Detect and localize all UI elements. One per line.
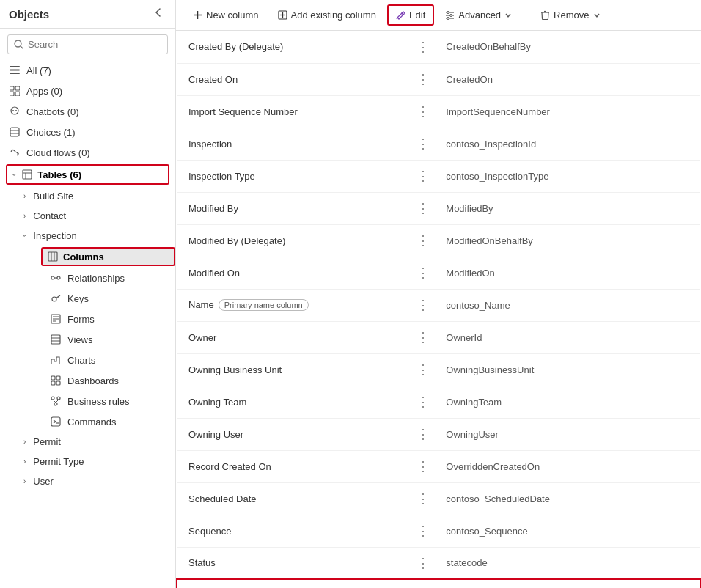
more-icon: ⋮ — [416, 427, 430, 441]
more-icon: ⋮ — [416, 556, 430, 570]
row-actions[interactable]: ⋮ — [412, 289, 434, 321]
table-row[interactable]: Import Sequence Number⋮ImportSequenceNum… — [177, 95, 700, 128]
nav-inspection[interactable]: › Inspection — [15, 226, 175, 246]
table-row[interactable]: Record Created On⋮OverriddenCreatedOn — [177, 450, 700, 482]
svg-rect-7 — [10, 92, 14, 96]
nav-business-rules-label: Business rules — [67, 396, 130, 407]
table-row[interactable]: Modified On⋮ModifiedOn — [177, 257, 700, 289]
svg-point-10 — [12, 110, 14, 111]
nav-tables[interactable]: › Tables (6) — [6, 164, 169, 185]
row-actions[interactable]: ⋮ — [412, 224, 434, 257]
table-row[interactable]: Modified By (Delegate)⋮ModifiedOnBehalfB… — [177, 224, 700, 257]
nav-views[interactable]: Views — [41, 329, 175, 350]
table-row[interactable]: ✓Status Reason⋮statuscode — [177, 579, 700, 588]
nav-columns[interactable]: Columns — [41, 247, 175, 266]
nav-all[interactable]: All (7) — [0, 60, 175, 81]
row-actions[interactable]: ⋮ — [412, 547, 434, 579]
forms-icon — [50, 313, 62, 325]
row-actions[interactable]: ⋮ — [412, 160, 434, 192]
nav-commands[interactable]: Commands — [41, 411, 175, 432]
nav-user[interactable]: › User — [15, 471, 175, 491]
svg-rect-5 — [10, 86, 14, 90]
row-actions[interactable]: ⋮ — [412, 353, 434, 386]
row-actions[interactable]: ⋮ — [412, 515, 434, 547]
table-row[interactable]: Owning User⋮OwningUser — [177, 418, 700, 450]
svg-line-42 — [56, 400, 59, 403]
toolbar: New column Add existing column Edit Adva… — [176, 0, 701, 31]
nav-choices[interactable]: Choices (1) — [0, 122, 175, 142]
sidebar-collapse-button[interactable] — [150, 6, 166, 22]
views-icon — [50, 334, 62, 345]
new-column-button[interactable]: New column — [185, 5, 267, 25]
row-actions[interactable]: ⋮ — [412, 63, 434, 95]
column-name: Modified By (Delegate) — [188, 235, 285, 246]
table-row[interactable]: Owning Team⋮OwningTeam — [177, 386, 700, 418]
svg-point-54 — [447, 12, 449, 14]
nav-business-rules[interactable]: Business rules — [41, 391, 175, 411]
tables-children: › Build Site › Contact › Inspection Colu… — [0, 186, 175, 491]
table-row[interactable]: Scheduled Date⋮contoso_ScheduledDate — [177, 482, 700, 515]
row-actions[interactable]: ⋮ — [412, 579, 434, 588]
nav-permit[interactable]: › Permit — [15, 432, 175, 452]
table-row[interactable]: Owner⋮OwnerId — [177, 321, 700, 353]
column-name: Import Sequence Number — [188, 106, 298, 117]
nav-chatbots[interactable]: Chatbots (0) — [0, 101, 175, 122]
nav-build-site[interactable]: › Build Site — [15, 186, 175, 206]
row-actions[interactable]: ⋮ — [412, 418, 434, 450]
nav-dashboards[interactable]: Dashboards — [41, 370, 175, 391]
table-row[interactable]: Inspection Type⋮contoso_InspectionType — [177, 160, 700, 192]
row-actions[interactable]: ⋮ — [412, 95, 434, 128]
row-actions[interactable]: ⋮ — [412, 257, 434, 289]
nav-relationships[interactable]: Relationships — [41, 268, 175, 288]
row-actions[interactable]: ⋮ — [412, 482, 434, 515]
remove-button[interactable]: Remove — [532, 5, 608, 25]
nav-keys[interactable]: Keys — [41, 288, 175, 309]
column-schema: OwnerId — [434, 321, 700, 353]
table-row[interactable]: Created On⋮CreatedOn — [177, 63, 700, 95]
table-row[interactable]: Modified By⋮ModifiedBy — [177, 192, 700, 224]
choices-icon — [9, 126, 21, 138]
search-box — [7, 34, 168, 54]
row-actions[interactable]: ⋮ — [412, 386, 434, 418]
column-schema: ModifiedBy — [434, 192, 700, 224]
table-row[interactable]: Created By (Delegate)⋮CreatedOnBehalfBy — [177, 31, 700, 63]
table-row[interactable]: Status⋮statecode — [177, 547, 700, 579]
nav-permit-type[interactable]: › Permit Type — [15, 452, 175, 471]
column-schema: contoso_ScheduledDate — [434, 482, 700, 515]
table-row[interactable]: Owning Business Unit⋮OwningBusinessUnit — [177, 353, 700, 386]
row-actions[interactable]: ⋮ — [412, 321, 434, 353]
row-actions[interactable]: ⋮ — [412, 128, 434, 160]
column-schema: contoso_InspectionId — [434, 128, 700, 160]
nav-apps[interactable]: Apps (0) — [0, 81, 175, 101]
nav-apps-label: Apps (0) — [26, 86, 62, 97]
table-row[interactable]: Inspection⋮contoso_InspectionId — [177, 128, 700, 160]
edit-button[interactable]: Edit — [387, 4, 434, 26]
more-icon: ⋮ — [416, 330, 430, 345]
add-existing-button[interactable]: Add existing column — [270, 5, 384, 25]
svg-line-41 — [53, 400, 56, 403]
nav-charts[interactable]: Charts — [41, 350, 175, 370]
row-actions[interactable]: ⋮ — [412, 31, 434, 63]
row-actions[interactable]: ⋮ — [412, 192, 434, 224]
svg-point-21 — [51, 276, 54, 279]
column-name: Inspection Type — [188, 171, 255, 182]
search-input[interactable] — [28, 39, 161, 50]
table-row[interactable]: Sequence⋮contoso_Sequence — [177, 515, 700, 547]
search-icon — [14, 40, 23, 49]
permit-type-arrow: › — [23, 457, 26, 466]
svg-rect-2 — [10, 66, 20, 67]
main-area: New column Add existing column Edit Adva… — [176, 0, 701, 588]
more-icon: ⋮ — [416, 394, 430, 409]
more-icon: ⋮ — [416, 169, 430, 183]
nav-cloud-flows[interactable]: Cloud flows (0) — [0, 142, 175, 163]
nav-forms[interactable]: Forms — [41, 309, 175, 329]
advanced-button[interactable]: Advanced — [437, 5, 520, 25]
sidebar: Objects All (7) Apps (0) Chatbots (0) — [0, 0, 176, 588]
contact-arrow: › — [23, 212, 26, 220]
svg-rect-31 — [51, 335, 60, 344]
column-schema: contoso_Name — [434, 289, 700, 321]
table-row[interactable]: NamePrimary name column⋮contoso_Name — [177, 289, 700, 321]
row-actions[interactable]: ⋮ — [412, 450, 434, 482]
nav-contact[interactable]: › Contact — [15, 206, 175, 226]
svg-point-22 — [57, 276, 60, 279]
